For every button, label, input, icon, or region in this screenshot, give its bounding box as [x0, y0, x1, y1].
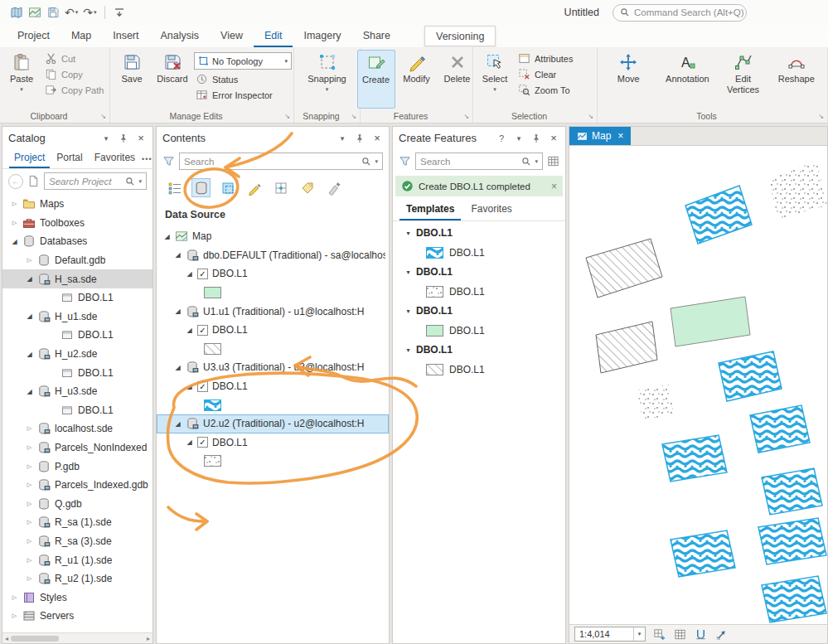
- list-by-editing-icon[interactable]: [245, 178, 264, 197]
- back-button[interactable]: ←: [8, 174, 23, 189]
- modify-features-button[interactable]: Modify: [398, 50, 436, 109]
- snapping-button[interactable]: Snapping ▾: [305, 50, 349, 109]
- contents-layer-row[interactable]: ◢✓DBO.L1: [157, 377, 389, 396]
- contents-search-input[interactable]: Search ▾: [179, 153, 383, 170]
- list-by-selection-icon[interactable]: [218, 178, 237, 197]
- attributes-button[interactable]: Attributes: [516, 52, 574, 65]
- expand-icon[interactable]: ▷: [26, 444, 33, 451]
- parcel-hatched[interactable]: [586, 239, 662, 298]
- symbol-swatch-hatch[interactable]: [204, 343, 221, 355]
- catalog-item-styles[interactable]: ▷Styles: [2, 588, 153, 607]
- symbol-swatch-coral[interactable]: [204, 399, 221, 411]
- edit-vertices-tool-button[interactable]: Edit Vertices: [721, 50, 766, 109]
- tab-view[interactable]: View: [210, 25, 254, 47]
- tab-versioning[interactable]: Versioning: [424, 26, 496, 46]
- template-item[interactable]: DBO.L1: [393, 360, 565, 379]
- template-group-header[interactable]: ▾DBO.L1: [393, 301, 565, 321]
- tab-imagery[interactable]: Imagery: [293, 25, 351, 47]
- layer-visibility-checkbox[interactable]: ✓: [197, 381, 208, 392]
- collapse-icon[interactable]: ◢: [11, 238, 18, 245]
- pin-icon[interactable]: [530, 133, 542, 144]
- undo-button[interactable]: ↶▾: [63, 2, 80, 22]
- catalog-item-parcels-indexed[interactable]: ▷Parcels_Indexed.gdb: [2, 476, 153, 495]
- catalog-item-parcels-nonindexed[interactable]: ▷Parcels_NonIndexed: [2, 438, 153, 458]
- template-item[interactable]: DBO.L1: [393, 243, 565, 262]
- catalog-item-layer[interactable]: DBO.L1: [2, 401, 153, 420]
- catalog-item-layer[interactable]: DBO.L1: [2, 288, 153, 307]
- catalog-page-icon[interactable]: [27, 175, 40, 187]
- symbol-swatch-dots[interactable]: [204, 455, 221, 467]
- catalog-item-maps[interactable]: ▷Maps: [2, 195, 153, 214]
- parcel-coral[interactable]: [662, 435, 727, 482]
- layer-visibility-checkbox[interactable]: ✓: [197, 325, 208, 336]
- template-group-header[interactable]: ▾DBO.L1: [393, 262, 565, 282]
- save-edits-button[interactable]: Save: [113, 50, 151, 109]
- parcel-coral[interactable]: [671, 530, 735, 577]
- scroll-left-icon[interactable]: ◂: [5, 635, 8, 642]
- filter-icon[interactable]: [162, 155, 175, 167]
- catalog-item-h-sa-sde[interactable]: ◢H_sa.sde: [2, 269, 153, 288]
- parcel-green[interactable]: [671, 297, 750, 346]
- close-icon[interactable]: ×: [135, 133, 147, 144]
- more-options-icon[interactable]: •••: [142, 155, 152, 163]
- contents-connection-u3[interactable]: ◢U3.u3 (Traditional) - u3@localhost:H: [157, 358, 389, 377]
- collapse-icon[interactable]: ◢: [186, 270, 193, 278]
- parcel-dotted[interactable]: [768, 161, 827, 219]
- expand-icon[interactable]: ▷: [26, 482, 33, 488]
- template-group-header[interactable]: ▾DBO.L1: [393, 340, 565, 360]
- pin-icon[interactable]: [354, 133, 366, 144]
- contents-connection-dbo-default[interactable]: ◢dbo.DEFAULT (Traditional) - sa@localhos…: [157, 246, 389, 265]
- close-icon[interactable]: ×: [548, 133, 559, 144]
- close-icon[interactable]: ×: [617, 130, 623, 142]
- expand-icon[interactable]: ▷: [26, 575, 33, 582]
- catalog-item-q-gdb[interactable]: ▷Q.gdb: [2, 495, 153, 514]
- contents-layer-row[interactable]: ◢✓DBO.L1: [157, 264, 389, 283]
- catalog-item-r-sa-3-sde[interactable]: ▷R_sa (3).sde: [2, 532, 153, 551]
- scrollbar-thumb[interactable]: [11, 636, 59, 642]
- contents-layer-row[interactable]: ◢✓DBO.L1: [157, 321, 389, 340]
- expand-icon[interactable]: ▷: [11, 220, 18, 226]
- parcel-hatched[interactable]: [596, 322, 657, 373]
- catalog-item-r-sa-1-sde[interactable]: ▷R_sa (1).sde: [2, 513, 153, 532]
- close-icon[interactable]: ×: [371, 133, 383, 144]
- discard-edits-button[interactable]: Discard: [153, 50, 191, 109]
- tab-templates[interactable]: Templates: [399, 200, 461, 220]
- customize-toolbar-button[interactable]: [111, 2, 128, 22]
- snapping-toggle-icon[interactable]: [694, 627, 708, 642]
- dialog-launcher-icon[interactable]: ↘: [100, 113, 106, 120]
- pin-icon[interactable]: [118, 133, 129, 144]
- reshape-tool-button[interactable]: Reshape: [771, 50, 822, 109]
- catalog-item-default-gdb[interactable]: ▷Default.gdb: [2, 251, 153, 270]
- expand-icon[interactable]: ▷: [26, 425, 33, 432]
- catalog-item-r-u2-1-sde[interactable]: ▷R_u2 (1).sde: [2, 569, 153, 588]
- error-inspector-button[interactable]: Error Inspector: [194, 89, 292, 101]
- catalog-item-servers[interactable]: ▷Servers: [2, 607, 153, 626]
- scale-dropdown[interactable]: 1:4,014 ▾: [574, 627, 646, 642]
- collapse-icon[interactable]: ◢: [174, 420, 182, 428]
- catalog-item-toolboxes[interactable]: ▷Toolboxes: [2, 214, 153, 233]
- annotation-tool-button[interactable]: Annotation: [659, 50, 715, 109]
- template-search-input[interactable]: Search ▾: [415, 153, 543, 170]
- grid-plus-icon[interactable]: [652, 627, 666, 642]
- panel-menu-chevron-icon[interactable]: ▾: [337, 133, 348, 144]
- scroll-right-icon[interactable]: ▸: [147, 635, 150, 642]
- collapse-icon[interactable]: ◢: [26, 312, 33, 320]
- grid-table-icon[interactable]: [673, 627, 687, 642]
- catalog-search-input[interactable]: Search Project ▾: [44, 172, 147, 190]
- panel-menu-chevron-icon[interactable]: ▾: [513, 133, 525, 144]
- dialog-launcher-icon[interactable]: ↘: [351, 113, 356, 120]
- dialog-launcher-icon[interactable]: ↘: [818, 113, 824, 120]
- project-map-icon[interactable]: [8, 2, 25, 22]
- catalog-item-r-u1-1-sde[interactable]: ▷R_u1 (1).sde: [2, 550, 153, 569]
- collapse-icon[interactable]: ◢: [186, 438, 193, 446]
- parcel-coral[interactable]: [719, 351, 782, 401]
- north-arrow-icon[interactable]: [714, 627, 729, 642]
- list-by-data-source-icon[interactable]: [191, 178, 211, 197]
- catalog-tab-favorites[interactable]: Favorites: [90, 149, 140, 168]
- panel-menu-chevron-icon[interactable]: ▾: [100, 133, 112, 144]
- catalog-tab-portal[interactable]: Portal: [51, 149, 87, 168]
- map-view-tab[interactable]: Map ×: [569, 127, 631, 145]
- catalog-tab-project[interactable]: Project: [9, 149, 50, 168]
- list-by-drawing-order-icon[interactable]: [165, 178, 184, 197]
- expand-icon[interactable]: ▷: [26, 501, 33, 507]
